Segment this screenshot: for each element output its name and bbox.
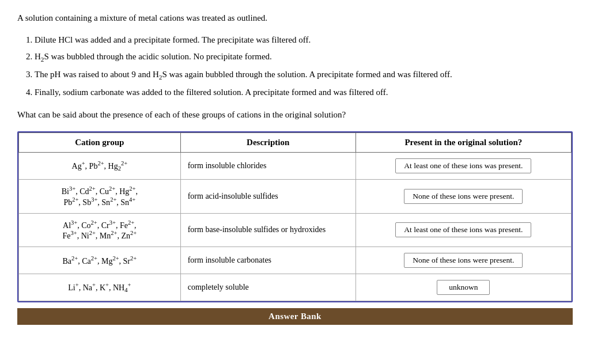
steps-list: Dilute HCl was added and a precipitate f… [35,33,573,100]
intro-text: A solution containing a mixture of metal… [17,12,573,25]
description-1: form insoluble chlorides [180,153,355,180]
step-4: Finally, sodium carbonate was added to t… [35,85,573,100]
description-4: form insoluble carbonates [180,247,355,274]
answer-bank-label: Answer Bank [268,312,322,321]
table-row: Al3+, Co2+, Cr3+, Fe2+, Fe3+, Ni2+, Mn2+… [19,213,572,247]
table-header-row: Cation group Description Present in the … [19,133,572,153]
description-2: form acid-insoluble sulfides [180,180,355,213]
answer-cell-2: None of these ions were present. [355,180,571,213]
answer-box-1: At least one of these ions was present. [395,158,531,173]
step-2: H2S was bubbled through the acidic solut… [35,50,573,65]
step-1: Dilute HCl was added and a precipitate f… [35,33,573,48]
answer-box-5[interactable]: unknown [437,280,490,295]
answer-cell-1: At least one of these ions was present. [355,153,571,180]
answer-cell-3: At least one of these ions was present. [355,213,571,247]
header-present: Present in the original solution? [355,133,571,153]
cation-group-5: Li+, Na+, K+, NH4+ [19,274,181,301]
cation-table: Cation group Description Present in the … [18,132,572,301]
table-row: Ag+, Pb2+, Hg22+ form insoluble chloride… [19,153,572,180]
answer-cell-5: unknown [355,274,571,301]
description-3: form base-insoluble sulfides or hydroxid… [180,213,355,247]
cation-table-wrapper: Cation group Description Present in the … [17,131,573,302]
table-row: Li+, Na+, K+, NH4+ completely soluble un… [19,274,572,301]
cation-group-3: Al3+, Co2+, Cr3+, Fe2+, Fe3+, Ni2+, Mn2+… [19,213,181,247]
header-description: Description [180,133,355,153]
cation-group-2: Bi3+, Cd2+, Cu2+, Hg2+, Pb2+, Sb3+, Sn2+… [19,180,181,213]
answer-cell-4: None of these ions were present. [355,247,571,274]
answer-box-3: At least one of these ions was present. [395,222,531,237]
step-3: The pH was raised to about 9 and H2S was… [35,67,573,83]
header-cation-group: Cation group [19,133,181,153]
cation-group-4: Ba2+, Ca2+, Mg2+, Sr2+ [19,247,181,274]
description-5: completely soluble [180,274,355,301]
cation-group-1: Ag+, Pb2+, Hg22+ [19,153,181,180]
table-row: Bi3+, Cd2+, Cu2+, Hg2+, Pb2+, Sb3+, Sn2+… [19,180,572,213]
answer-box-4: None of these ions were present. [404,253,523,268]
answer-box-2: None of these ions were present. [404,189,523,204]
answer-bank-bar[interactable]: Answer Bank [17,308,573,325]
question-text: What can be said about the presence of e… [17,108,573,122]
table-row: Ba2+, Ca2+, Mg2+, Sr2+ form insoluble ca… [19,247,572,274]
